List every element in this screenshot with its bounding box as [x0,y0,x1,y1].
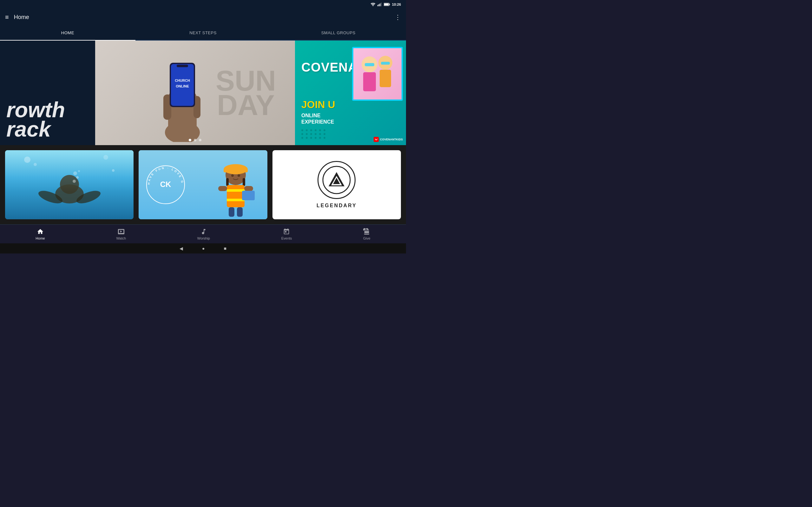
online-experience-text: ONLINEEXPERIENCE [301,112,334,124]
nav-item-home[interactable]: Home [29,226,51,242]
svg-rect-40 [227,189,245,192]
dot-3 [199,139,201,141]
svg-rect-43 [244,186,253,191]
dot-2 [194,139,196,141]
watch-icon [118,228,125,235]
svg-rect-37 [226,178,229,186]
kids-figures [354,49,401,99]
svg-rect-22 [381,62,390,65]
time-display: 10:26 [392,3,401,6]
svg-rect-46 [237,207,243,217]
nav-label-give: Give [363,236,370,240]
dots-pattern [301,129,326,139]
content-grid: HAVE FUN · LOVE GOD · LOVE PEOPLE · DO Y… [0,145,406,224]
svg-rect-39 [227,185,245,207]
carousel-center-panel[interactable]: SUNDAY CHURCH [95,41,295,145]
card-legendary[interactable]: LEGENDARY [272,150,401,219]
child-svg [207,156,264,219]
bottom-nav: Home Watch Worship Events [0,224,406,243]
svg-text:CK: CK [160,180,171,188]
svg-text:ONLINE: ONLINE [176,84,189,88]
battery-icon [384,3,390,6]
app-bar-left: ≡ Home [5,14,29,21]
legendary-logo-circle [317,161,356,199]
recents-button[interactable]: ■ [224,246,226,251]
svg-rect-7 [384,3,389,5]
legendary-title: LEGENDARY [316,203,357,209]
give-icon [363,228,370,235]
svg-rect-38 [243,178,245,186]
brand-tag: COVENANTKIDS [374,137,403,142]
home-button[interactable]: ● [202,246,205,251]
svg-rect-44 [242,191,255,200]
svg-point-0 [373,6,373,6]
svg-rect-4 [380,3,381,6]
svg-rect-1 [377,5,378,6]
svg-rect-21 [365,63,374,66]
more-button[interactable]: ⋮ [395,13,401,21]
legendary-content: LEGENDARY [316,150,357,219]
nav-item-watch[interactable]: Watch [110,226,132,242]
carousel-left-panel: rowthrack [0,41,95,145]
svg-rect-45 [229,207,235,217]
ck-logo-container: HAVE FUN · LOVE GOD · LOVE PEOPLE · DO Y… [145,164,186,205]
tab-home[interactable]: Home [0,25,136,40]
svg-rect-41 [227,199,245,201]
svg-point-48 [238,174,240,177]
system-nav: ◀ ● ■ [0,243,406,253]
nav-item-events[interactable]: Events [275,226,299,242]
status-bar: 10:26 [0,0,406,9]
nav-label-home: Home [36,236,45,240]
carousel-dots [189,139,201,141]
svg-text:CHURCH: CHURCH [175,78,190,82]
svg-rect-42 [218,186,227,191]
back-button[interactable]: ◀ [180,246,183,251]
main-content: rowthrack SUNDAY [0,41,406,224]
svg-rect-3 [380,3,380,6]
app-bar: ≡ Home ⋮ [0,9,406,25]
nav-tabs: Home Next Steps Small Groups [0,25,406,41]
svg-point-47 [231,174,234,177]
light-rays [5,150,134,192]
menu-button[interactable]: ≡ [5,14,9,21]
nav-label-watch: Watch [116,236,126,240]
svg-rect-18 [363,72,376,91]
svg-rect-6 [389,4,390,5]
nav-label-events: Events [281,236,292,240]
nav-label-worship: Worship [197,236,210,240]
svg-rect-16 [177,65,188,67]
svg-rect-20 [380,70,391,87]
carousel-right-panel[interactable]: COVENANT JOIN U [295,41,406,145]
events-icon [283,228,290,235]
sunday-text: SUNDAY [216,69,276,117]
ck-content: HAVE FUN · LOVE GOD · LOVE PEOPLE · DO Y… [139,150,267,219]
tab-small-groups[interactable]: Small Groups [270,25,406,40]
dot-1 [189,139,191,141]
worship-icon [200,228,207,235]
wifi-icon [370,3,375,6]
app-title: Home [14,14,29,20]
carousel-area: rowthrack SUNDAY [0,41,406,145]
brand-label: COVENANTKIDS [380,138,403,141]
card-ck[interactable]: HAVE FUN · LOVE GOD · LOVE PEOPLE · DO Y… [139,150,267,219]
covenant-content: COVENANT JOIN U [295,41,406,145]
phone-in-hand: CHURCH ONLINE [157,50,208,142]
carousel-bg: SUNDAY CHURCH [95,41,295,145]
join-text: JOIN U [301,99,335,111]
home-icon [37,228,44,235]
nav-item-worship[interactable]: Worship [191,226,216,242]
nav-item-give[interactable]: Give [357,226,377,242]
growth-track-text: rowthrack [6,100,65,139]
tab-next-steps[interactable]: Next Steps [136,25,271,40]
card-underwater[interactable] [5,150,134,219]
child-figure [207,156,264,219]
svg-rect-36 [223,169,248,172]
signal-icon [377,3,382,6]
underwater-scene [5,150,134,219]
status-icons: 10:26 [370,3,401,6]
svg-rect-2 [378,4,379,6]
legendary-logo-svg [322,166,351,194]
ck-circle-logo: HAVE FUN · LOVE GOD · LOVE PEOPLE · DO Y… [145,164,186,205]
kids-photo [352,47,403,101]
